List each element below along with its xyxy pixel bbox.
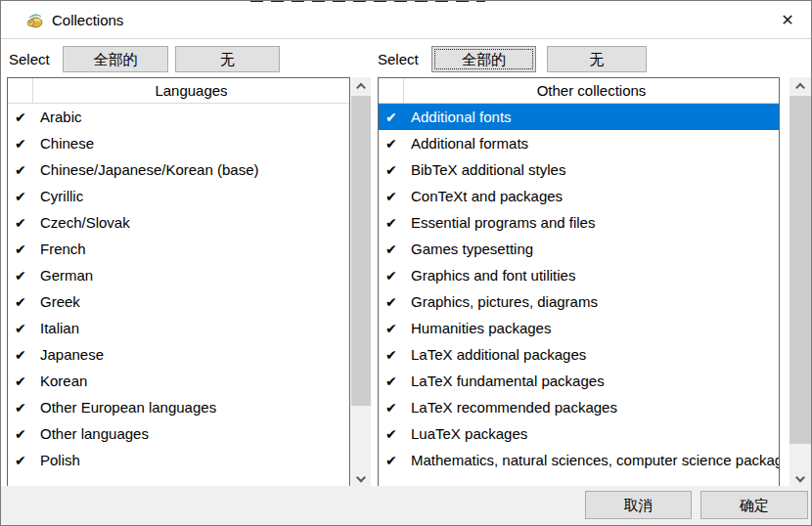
other-collections-header-label: Other collections [404,78,779,103]
checkmark-icon: ✔ [8,157,34,183]
list-item[interactable]: ✔Polish [8,447,349,473]
header-separator [32,78,33,104]
list-item[interactable]: ✔Games typesetting [379,236,779,262]
list-item[interactable]: ✔LaTeX fundamental packages [379,368,779,394]
list-item[interactable]: ✔Additional fonts [379,104,779,130]
list-item[interactable]: ✔Chinese [8,130,349,156]
list-item[interactable]: ✔Mathematics, natural sciences, computer… [379,447,779,473]
checkmark-icon: ✔ [8,131,34,156]
list-item-label: Polish [34,447,80,473]
list-item[interactable]: ✔BibTeX additional styles [379,156,779,183]
other-collections-list[interactable]: Other collections ✔Additional fonts✔Addi… [378,77,780,487]
checkmark-icon: ✔ [379,131,405,156]
checkmark-icon: ✔ [379,263,405,288]
checkmark-icon: ✔ [379,342,405,368]
checkmark-icon: ✔ [379,448,405,473]
list-item-label: Chinese/Japanese/Korean (base) [34,156,258,183]
languages-list-header[interactable]: Languages [8,78,349,104]
scroll-up-icon[interactable] [351,77,371,94]
list-item[interactable]: ✔Graphics, pictures, diagrams [379,288,779,315]
list-item[interactable]: ✔Korean [8,368,349,394]
checkmark-icon: ✔ [379,184,405,209]
list-item[interactable]: ✔LaTeX additional packages [379,341,779,368]
list-item-label: Graphics, pictures, diagrams [405,288,598,315]
checkmark-icon: ✔ [379,421,405,447]
list-item[interactable]: ✔Italian [8,315,349,341]
checkmark-icon: ✔ [8,237,34,262]
list-item-label: LuaTeX packages [405,420,527,447]
checkmark-icon: ✔ [379,157,405,183]
other-collections-rows: ✔Additional fonts✔Additional formats✔Bib… [379,104,779,473]
list-item[interactable]: ✔Other European languages [8,394,349,420]
list-item[interactable]: ✔Arabic [8,104,349,130]
dialog-footer: 取消 确定 [1,486,811,525]
list-item-label: Czech/Slovak [34,209,130,236]
checkmark-icon: ✔ [379,316,405,341]
list-item-label: Greek [34,288,80,315]
languages-rows: ✔Arabic✔Chinese✔Chinese/Japanese/Korean … [8,104,349,473]
close-icon[interactable]: ✕ [772,6,803,35]
scroll-up-icon[interactable] [789,77,811,94]
collections-dialog: Collections ✕ Select 全部的 无 Select 全部的 无 … [0,0,812,526]
list-item-label: ConTeXt and packages [405,183,563,209]
list-item[interactable]: ✔French [8,236,349,262]
scrollbar-thumb[interactable] [351,96,371,406]
list-item-label: Essential programs and files [405,209,595,236]
cancel-button[interactable]: 取消 [585,491,692,519]
list-item[interactable]: ✔Essential programs and files [379,209,779,236]
list-item-label: French [34,236,86,262]
checkmark-icon: ✔ [8,263,34,288]
list-item[interactable]: ✔Czech/Slovak [8,209,349,236]
list-item-label: Other languages [34,420,149,447]
list-item[interactable]: ✔German [8,262,349,288]
languages-scrollbar[interactable] [351,77,371,487]
checkmark-icon: ✔ [8,369,34,394]
list-item[interactable]: ✔Graphics and font utilities [379,262,779,288]
list-item-label: Japanese [34,341,104,368]
select-none-button-right[interactable]: 无 [547,46,647,72]
scrollbar-thumb[interactable] [789,96,811,444]
list-item-label: Humanities packages [405,315,551,341]
checkmark-icon: ✔ [8,289,34,315]
list-item[interactable]: ✔Japanese [8,341,349,368]
list-item-label: Mathematics, natural sciences, computer … [405,447,779,473]
other-collections-scrollbar[interactable] [789,77,811,487]
list-item-label: Arabic [34,104,82,130]
list-item[interactable]: ✔Humanities packages [379,315,779,341]
checkmark-icon: ✔ [8,342,34,368]
list-item-label: LaTeX additional packages [405,341,586,368]
header-separator [403,78,404,104]
texlive-app-icon [25,11,45,30]
list-item[interactable]: ✔Chinese/Japanese/Korean (base) [8,156,349,183]
scroll-down-icon[interactable] [351,470,371,487]
languages-header-label: Languages [33,78,349,103]
other-collections-list-header[interactable]: Other collections [379,78,779,104]
checkmark-icon: ✔ [8,421,34,447]
checkmark-icon: ✔ [8,316,34,341]
list-item-label: Chinese [34,130,94,156]
ok-button[interactable]: 确定 [700,491,808,519]
scroll-down-icon[interactable] [789,470,811,487]
list-item[interactable]: ✔Other languages [8,420,349,447]
list-item[interactable]: ✔ConTeXt and packages [379,183,779,209]
checkmark-icon: ✔ [8,210,34,236]
checkmark-icon: ✔ [8,184,34,209]
list-item-label: LaTeX fundamental packages [405,368,605,394]
select-all-button-right[interactable]: 全部的 [431,46,536,72]
list-item[interactable]: ✔LuaTeX packages [379,420,779,447]
list-item[interactable]: ✔LaTeX recommended packages [379,394,779,420]
select-all-button-left[interactable]: 全部的 [63,46,168,72]
checkmark-icon: ✔ [379,105,405,130]
list-item-label: Games typesetting [405,236,533,262]
title-bar: Collections ✕ [1,2,811,39]
checkmark-icon: ✔ [379,395,405,420]
checkmark-icon: ✔ [8,448,34,473]
checkmark-icon: ✔ [379,210,405,236]
select-none-button-left[interactable]: 无 [175,46,280,72]
list-item[interactable]: ✔Greek [8,288,349,315]
list-item[interactable]: ✔Additional formats [379,130,779,156]
list-item[interactable]: ✔Cyrillic [8,183,349,209]
list-item-label: German [34,262,93,288]
window-title: Collections [52,2,123,39]
languages-list[interactable]: Languages ✔Arabic✔Chinese✔Chinese/Japane… [7,77,350,487]
